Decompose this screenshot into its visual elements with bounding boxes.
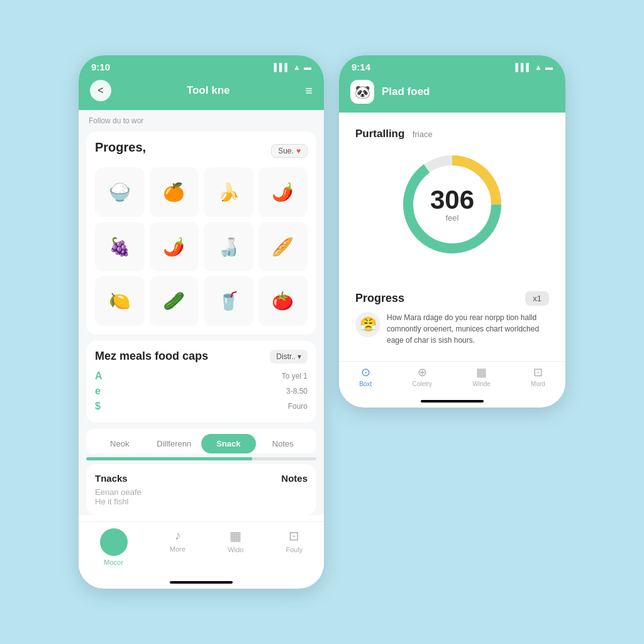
track-item-1: Eenan oeafe [95,487,308,497]
donut-title: Purtalling [355,128,404,140]
time-left: 9:10 [91,62,110,72]
food-emoji-9: 🥒 [163,291,185,311]
tab-dillferenn[interactable]: Dillferenn [147,434,202,453]
status-bar-right: 9:14 ▌▌▌ ▲ ▬ [339,55,565,77]
progress-bar-fill [86,457,252,460]
food-emoji-2: 🍌 [218,182,240,203]
food-item-6[interactable]: 🍶 [204,222,253,272]
meals-title: Mez meals food caps [95,350,208,363]
nav-item-wido[interactable]: ▦ Wido [228,528,243,566]
home-indicator-left [170,581,233,584]
progress-section: Progres, Sue. ♥ 🍚 🍊 🍌 🌶️ 🍇 🌶️ 🍶 🥖 [86,131,316,335]
dist-button[interactable]: Distr.. ▾ [270,350,308,364]
hamburger-icon: ≡ [305,84,313,97]
subtitle-text: Follow du to wor [79,110,324,125]
food-grid: 🍚 🍊 🍌 🌶️ 🍇 🌶️ 🍶 🥖 🍋 🥒 🥤 🍅 [95,167,308,326]
home-icon-r: ⊙ [361,365,370,379]
badge-sue[interactable]: Sue. ♥ [271,144,308,158]
meal-value-1: 3-8.50 [286,387,308,396]
nav-item-mocon[interactable]: ⊙ Mocor [100,528,128,566]
food-item-11[interactable]: 🍅 [258,276,308,326]
track-notes: Notes [281,473,308,484]
track-header: Tnacks Notes [95,473,308,484]
food-item-7[interactable]: 🥖 [258,222,308,272]
food-item-3[interactable]: 🌶️ [258,167,308,217]
avatar-icon: 😤 [360,316,377,333]
tabs-bar: Neok Dillferenn Snack Notes [86,429,316,453]
meal-label-1: e [95,386,101,397]
food-item-5[interactable]: 🌶️ [150,222,199,272]
food-item-10[interactable]: 🥤 [204,276,253,326]
food-emoji-4: 🍇 [109,236,131,257]
signal-icon-r: ▌▌▌ [516,63,532,72]
food-emoji-3: 🌶️ [272,182,294,203]
nav-label-fouly: Fouly [286,546,303,553]
app-logo: 🐼 [350,80,374,104]
donut-chart: 306 feel [396,148,509,261]
nav-active-bg: ⊙ [100,528,128,556]
food-item-1[interactable]: 🍊 [150,167,199,217]
app-header-left: < Tool kne ≡ [79,77,324,110]
food-emoji-5: 🌶️ [163,236,185,257]
status-icons-right: ▌▌▌ ▲ ▬ [516,63,553,72]
grid-icon: ▦ [230,528,242,543]
battery-icon: ▬ [304,63,311,72]
food-emoji-0: 🍚 [109,182,131,203]
food-item-2[interactable]: 🍌 [204,167,253,217]
nav-label-coletry: Coletry [412,380,432,387]
nav-item-coletry[interactable]: ⊕ Coletry [412,365,432,387]
food-item-0[interactable]: 🍚 [95,167,145,217]
progress-section-right: Progress x1 😤 How Mara rdage do you rear… [347,282,558,355]
food-emoji-11: 🍅 [272,291,294,311]
status-bar-left: 9:10 ▌▌▌ ▲ ▬ [79,55,324,77]
food-item-9[interactable]: 🥒 [150,276,199,326]
avatar: 😤 [355,312,380,337]
home-indicator-right [421,400,484,402]
back-button[interactable]: < [90,80,111,101]
meal-label-2: $ [95,401,101,412]
meals-section: Mez meals food caps Distr.. ▾ A To yel 1… [86,341,316,423]
nav-label-mocon: Mocor [104,558,123,566]
nav-item-boxt[interactable]: ⊙ Boxt [359,365,372,387]
meals-header: Mez meals food caps Distr.. ▾ [95,350,308,364]
meal-label-0: A [95,370,103,382]
phone-body-left: Follow du to wor Progres, Sue. ♥ 🍚 🍊 🍌 🌶… [79,110,324,515]
tab-snack[interactable]: Snack [201,434,256,453]
back-icon: < [97,85,103,96]
status-icons-left: ▌▌▌ ▲ ▬ [274,63,311,72]
nav-item-fouly[interactable]: ⊡ Fouly [286,528,303,566]
screen-wrapper: 9:10 ▌▌▌ ▲ ▬ < Tool kne ≡ Follow du to w… [79,55,565,589]
logo-emoji: 🐼 [355,84,370,99]
progress-title-right: Progress [355,292,404,305]
tab-notes[interactable]: Notes [256,434,311,453]
box-icon-r: ⊡ [533,365,543,379]
signal-icon: ▌▌▌ [274,63,291,72]
bottom-nav-left: ⊙ Mocor ♪ More ▦ Wido ⊡ Fouly [79,521,324,579]
nav-item-more[interactable]: ♪ More [170,528,186,566]
nav-item-winde[interactable]: ▦ Winde [472,365,490,387]
menu-button[interactable]: ≡ [305,84,313,98]
meal-value-0: To yel 1 [282,372,308,380]
plus-icon-r: ⊕ [418,365,427,379]
heart-icon: ♥ [296,147,301,155]
food-item-8[interactable]: 🍋 [95,276,145,326]
grid-icon-r: ▦ [476,365,487,379]
progress-bar-container [86,457,316,460]
food-emoji-7: 🥖 [272,236,294,257]
nav-label-wido: Wido [228,546,243,553]
home-icon: ⊙ [108,535,119,550]
meal-row-0: A To yel 1 [95,369,308,384]
x1-button[interactable]: x1 [525,291,549,306]
nav-item-mord[interactable]: ⊡ Mord [531,365,545,387]
tab-neok[interactable]: Neok [92,434,147,453]
food-emoji-6: 🍶 [218,236,240,257]
time-right: 9:14 [352,62,370,72]
progress-title: Progres, [95,140,146,155]
nav-label-mord: Mord [531,380,545,387]
page-title-left: Tool kne [187,84,230,97]
nav-label-winde: Winde [472,380,490,387]
donut-section: Purtalling friace 306 feel [347,119,558,276]
music-icon: ♪ [174,528,180,543]
food-item-4[interactable]: 🍇 [95,222,145,272]
app-name: Plad foed [382,86,430,98]
